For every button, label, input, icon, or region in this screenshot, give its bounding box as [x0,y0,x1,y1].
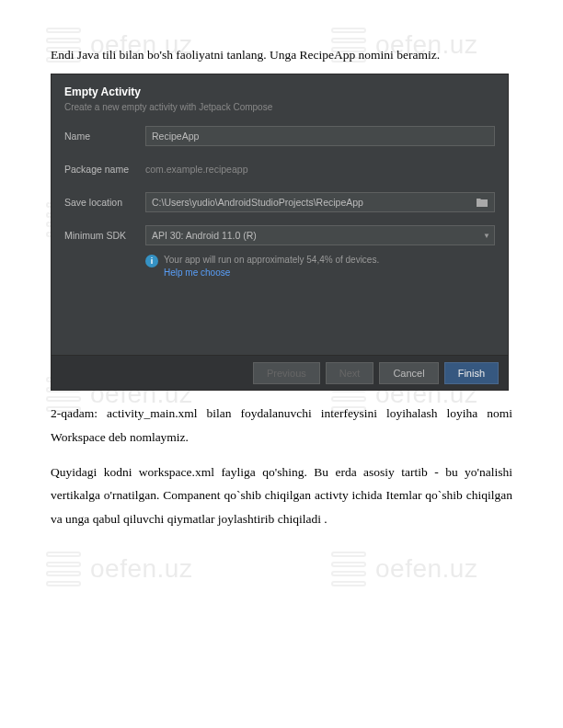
body-paragraph-2: Quyidagi kodni workspace.xml fayliga qo'… [51,461,512,531]
next-button: Next [326,362,374,384]
device-coverage-text: Your app will run on approximately 54,4%… [164,255,379,265]
save-location-label: Save location [64,197,145,208]
chevron-down-icon: ▼ [479,232,494,240]
minimum-sdk-label: Minimum SDK [64,230,145,241]
info-icon: i [145,255,158,267]
minimum-sdk-value: API 30: Android 11.0 (R) [146,227,479,244]
new-project-dialog: Empty Activity Create a new empty activi… [51,74,509,391]
package-input[interactable] [145,159,495,179]
dialog-button-bar: Previous Next Cancel Finish [52,355,508,390]
finish-button[interactable]: Finish [444,362,499,384]
dialog-title: Empty Activity [64,85,495,98]
cancel-button[interactable]: Cancel [379,362,438,384]
package-label: Package name [64,164,145,175]
browse-folder-icon[interactable] [474,194,490,210]
name-label: Name [64,131,145,142]
watermark-text: oefen.uz [90,554,192,584]
previous-button: Previous [253,362,320,384]
intro-paragraph: Endi Java tili bilan bo'sh faoliyatni ta… [51,46,512,64]
help-me-choose-link[interactable]: Help me choose [164,267,379,279]
dialog-subtitle: Create a new empty activity with Jetpack… [64,102,495,112]
watermark-text: oefen.uz [375,554,477,584]
body-paragraph-1: 2-qadam: activity_main.xml bilan foydala… [51,402,512,449]
name-input[interactable] [145,126,495,146]
save-location-input[interactable] [146,194,474,210]
minimum-sdk-select[interactable]: API 30: Android 11.0 (R) ▼ [145,225,495,245]
